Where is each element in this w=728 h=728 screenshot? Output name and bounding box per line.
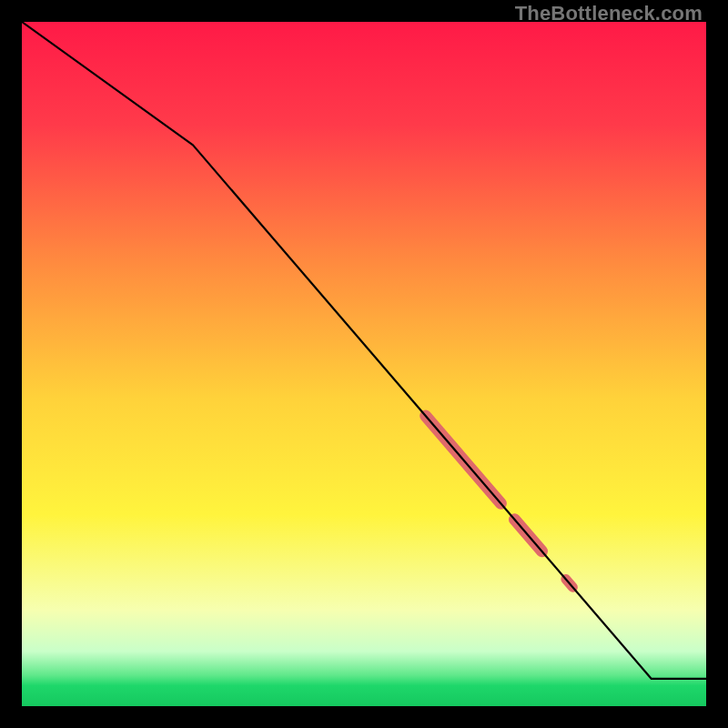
watermark-text: TheBottleneck.com — [515, 2, 703, 25]
chart-area — [22, 22, 706, 706]
line-plot — [22, 22, 706, 706]
